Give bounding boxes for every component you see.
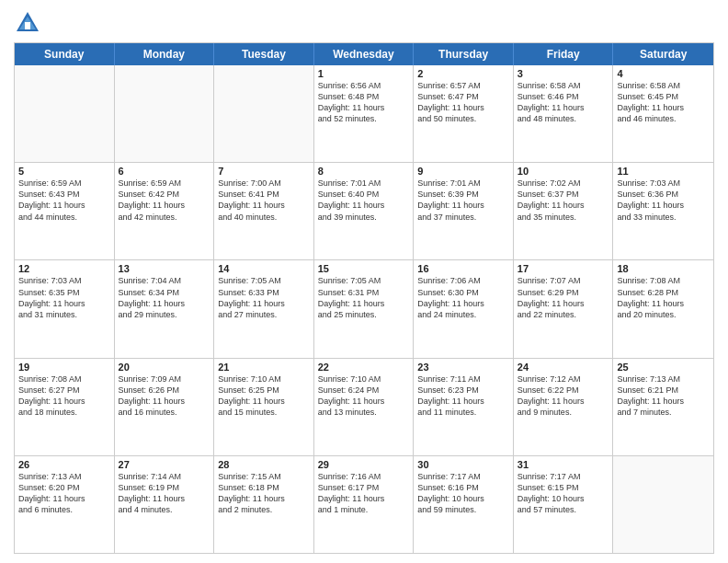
day-info: Sunrise: 7:00 AM Sunset: 6:41 PM Dayligh… [218, 178, 310, 223]
logo [14, 9, 45, 37]
calendar-header-cell: Wednesday [314, 43, 415, 65]
calendar-cell: 13Sunrise: 7:04 AM Sunset: 6:34 PM Dayli… [115, 260, 215, 357]
calendar-header-cell: Saturday [613, 43, 713, 65]
calendar-header-cell: Sunday [15, 43, 115, 65]
day-number: 4 [617, 68, 710, 79]
day-info: Sunrise: 7:10 AM Sunset: 6:25 PM Dayligh… [218, 373, 310, 419]
day-number: 1 [318, 68, 410, 79]
day-info: Sunrise: 7:17 AM Sunset: 6:15 PM Dayligh… [518, 471, 609, 516]
day-info: Sunrise: 7:08 AM Sunset: 6:28 PM Dayligh… [617, 275, 710, 320]
calendar-cell: 17Sunrise: 7:07 AM Sunset: 6:29 PM Dayli… [514, 260, 614, 357]
day-number: 3 [518, 68, 609, 79]
calendar-cell: 31Sunrise: 7:17 AM Sunset: 6:15 PM Dayli… [514, 456, 614, 553]
calendar-header-cell: Thursday [414, 43, 514, 65]
day-info: Sunrise: 7:06 AM Sunset: 6:30 PM Dayligh… [417, 275, 509, 320]
day-number: 7 [218, 166, 310, 177]
day-info: Sunrise: 7:16 AM Sunset: 6:17 PM Dayligh… [318, 471, 410, 516]
header [14, 9, 714, 37]
day-number: 20 [119, 362, 210, 373]
day-info: Sunrise: 7:03 AM Sunset: 6:35 PM Dayligh… [18, 275, 110, 320]
day-number: 26 [18, 459, 110, 470]
day-number: 17 [518, 263, 609, 274]
calendar-cell: 14Sunrise: 7:05 AM Sunset: 6:33 PM Dayli… [214, 260, 314, 357]
day-info: Sunrise: 7:14 AM Sunset: 6:19 PM Dayligh… [119, 471, 210, 516]
day-info: Sunrise: 7:17 AM Sunset: 6:16 PM Dayligh… [417, 471, 509, 516]
day-number: 12 [18, 263, 110, 274]
calendar-cell: 3Sunrise: 6:58 AM Sunset: 6:46 PM Daylig… [514, 65, 614, 162]
day-info: Sunrise: 7:04 AM Sunset: 6:34 PM Dayligh… [119, 275, 210, 320]
calendar-cell: 6Sunrise: 6:59 AM Sunset: 6:42 PM Daylig… [115, 163, 215, 259]
calendar-cell: 5Sunrise: 6:59 AM Sunset: 6:43 PM Daylig… [15, 163, 115, 259]
calendar-cell: 4Sunrise: 6:58 AM Sunset: 6:45 PM Daylig… [613, 65, 713, 162]
day-number: 27 [119, 459, 210, 470]
calendar-cell [613, 456, 713, 553]
calendar-cell: 11Sunrise: 7:03 AM Sunset: 6:36 PM Dayli… [613, 163, 713, 259]
day-number: 8 [318, 166, 410, 177]
calendar-cell [15, 65, 115, 162]
day-info: Sunrise: 7:05 AM Sunset: 6:31 PM Dayligh… [318, 275, 410, 320]
day-info: Sunrise: 7:15 AM Sunset: 6:18 PM Dayligh… [218, 471, 310, 516]
calendar-cell: 19Sunrise: 7:08 AM Sunset: 6:27 PM Dayli… [15, 359, 115, 455]
svg-rect-2 [25, 22, 30, 29]
day-number: 6 [119, 166, 210, 177]
day-info: Sunrise: 7:08 AM Sunset: 6:27 PM Dayligh… [18, 373, 110, 419]
day-info: Sunrise: 7:02 AM Sunset: 6:37 PM Dayligh… [518, 178, 609, 223]
calendar-body: 1Sunrise: 6:56 AM Sunset: 6:48 PM Daylig… [15, 65, 713, 553]
calendar-row: 12Sunrise: 7:03 AM Sunset: 6:35 PM Dayli… [15, 260, 713, 358]
day-info: Sunrise: 7:05 AM Sunset: 6:33 PM Dayligh… [218, 275, 310, 320]
day-info: Sunrise: 6:56 AM Sunset: 6:48 PM Dayligh… [318, 80, 410, 125]
day-info: Sunrise: 7:10 AM Sunset: 6:24 PM Dayligh… [318, 373, 410, 419]
calendar-cell: 22Sunrise: 7:10 AM Sunset: 6:24 PM Dayli… [314, 359, 415, 455]
calendar-cell: 23Sunrise: 7:11 AM Sunset: 6:23 PM Dayli… [414, 359, 514, 455]
calendar-cell: 26Sunrise: 7:13 AM Sunset: 6:20 PM Dayli… [15, 456, 115, 553]
calendar-cell: 20Sunrise: 7:09 AM Sunset: 6:26 PM Dayli… [115, 359, 215, 455]
day-info: Sunrise: 6:59 AM Sunset: 6:43 PM Dayligh… [18, 178, 110, 223]
calendar-cell: 15Sunrise: 7:05 AM Sunset: 6:31 PM Dayli… [314, 260, 415, 357]
day-info: Sunrise: 7:12 AM Sunset: 6:22 PM Dayligh… [518, 373, 609, 419]
day-number: 22 [318, 362, 410, 373]
day-info: Sunrise: 7:13 AM Sunset: 6:20 PM Dayligh… [18, 471, 110, 516]
calendar-cell: 1Sunrise: 6:56 AM Sunset: 6:48 PM Daylig… [314, 65, 415, 162]
calendar-row: 1Sunrise: 6:56 AM Sunset: 6:48 PM Daylig… [15, 65, 713, 163]
calendar-cell: 7Sunrise: 7:00 AM Sunset: 6:41 PM Daylig… [214, 163, 314, 259]
logo-icon [14, 9, 41, 37]
calendar-cell: 28Sunrise: 7:15 AM Sunset: 6:18 PM Dayli… [214, 456, 314, 553]
day-number: 9 [417, 166, 509, 177]
calendar-cell: 29Sunrise: 7:16 AM Sunset: 6:17 PM Dayli… [314, 456, 415, 553]
day-info: Sunrise: 7:09 AM Sunset: 6:26 PM Dayligh… [119, 373, 210, 419]
calendar-cell: 16Sunrise: 7:06 AM Sunset: 6:30 PM Dayli… [414, 260, 514, 357]
calendar-cell: 12Sunrise: 7:03 AM Sunset: 6:35 PM Dayli… [15, 260, 115, 357]
day-number: 23 [417, 362, 509, 373]
day-number: 15 [318, 263, 410, 274]
calendar-cell: 21Sunrise: 7:10 AM Sunset: 6:25 PM Dayli… [214, 359, 314, 455]
day-number: 16 [417, 263, 509, 274]
day-number: 21 [218, 362, 310, 373]
calendar-cell: 8Sunrise: 7:01 AM Sunset: 6:40 PM Daylig… [314, 163, 415, 259]
day-info: Sunrise: 7:11 AM Sunset: 6:23 PM Dayligh… [417, 373, 509, 419]
calendar-cell: 9Sunrise: 7:01 AM Sunset: 6:39 PM Daylig… [414, 163, 514, 259]
calendar-header-cell: Friday [514, 43, 614, 65]
day-number: 5 [18, 166, 110, 177]
day-info: Sunrise: 6:59 AM Sunset: 6:42 PM Dayligh… [119, 178, 210, 223]
day-number: 18 [617, 263, 710, 274]
calendar-row: 5Sunrise: 6:59 AM Sunset: 6:43 PM Daylig… [15, 163, 713, 260]
day-number: 28 [218, 459, 310, 470]
day-number: 30 [417, 459, 509, 470]
calendar-row: 26Sunrise: 7:13 AM Sunset: 6:20 PM Dayli… [15, 456, 713, 553]
calendar-cell: 2Sunrise: 6:57 AM Sunset: 6:47 PM Daylig… [414, 65, 514, 162]
day-number: 11 [617, 166, 710, 177]
day-info: Sunrise: 7:01 AM Sunset: 6:39 PM Dayligh… [417, 178, 509, 223]
day-info: Sunrise: 6:58 AM Sunset: 6:46 PM Dayligh… [518, 80, 609, 125]
day-number: 29 [318, 459, 410, 470]
day-info: Sunrise: 6:57 AM Sunset: 6:47 PM Dayligh… [417, 80, 509, 125]
calendar-cell: 30Sunrise: 7:17 AM Sunset: 6:16 PM Dayli… [414, 456, 514, 553]
calendar-header-cell: Monday [115, 43, 215, 65]
page: SundayMondayTuesdayWednesdayThursdayFrid… [0, 0, 728, 563]
calendar-cell [214, 65, 314, 162]
calendar-cell: 25Sunrise: 7:13 AM Sunset: 6:21 PM Dayli… [613, 359, 713, 455]
day-number: 10 [518, 166, 609, 177]
day-number: 19 [18, 362, 110, 373]
day-number: 14 [218, 263, 310, 274]
day-info: Sunrise: 7:13 AM Sunset: 6:21 PM Dayligh… [617, 373, 710, 419]
calendar-row: 19Sunrise: 7:08 AM Sunset: 6:27 PM Dayli… [15, 359, 713, 456]
